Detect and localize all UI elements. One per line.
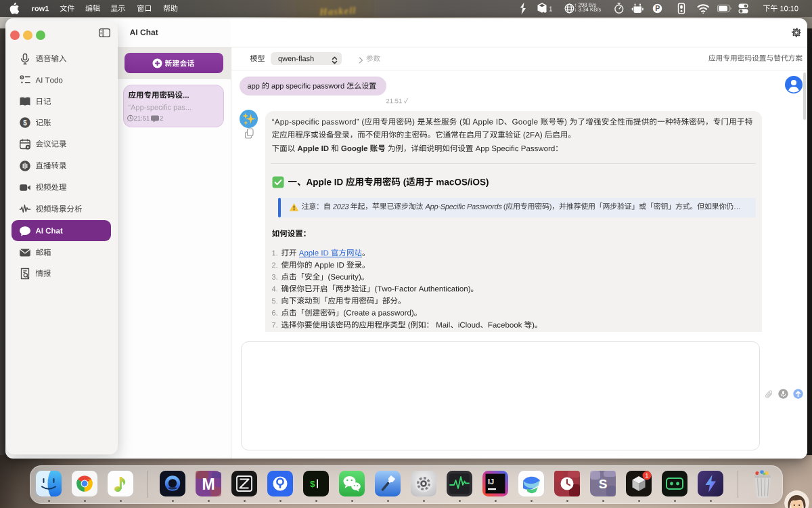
- svg-text:$: $: [23, 119, 27, 127]
- svg-text:$: $: [310, 480, 315, 490]
- svg-text:1: 1: [645, 471, 648, 479]
- svg-text:M: M: [202, 475, 215, 493]
- svg-text:IJ: IJ: [488, 478, 494, 486]
- svg-text:P: P: [655, 4, 660, 12]
- svg-text:S: S: [599, 477, 608, 491]
